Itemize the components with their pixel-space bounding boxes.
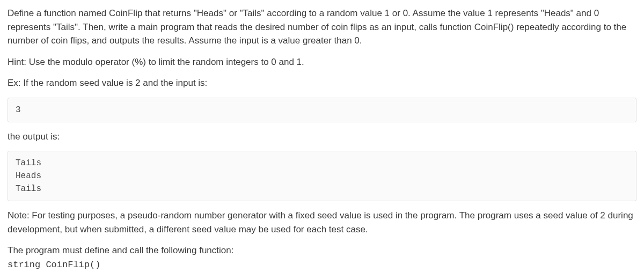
problem-description: Define a function named CoinFlip that re…: [8, 6, 636, 48]
hint-text: Hint: Use the modulo operator (%) to lim…: [8, 55, 636, 69]
note-text: Note: For testing purposes, a pseudo-ran…: [8, 209, 636, 236]
function-signature: string CoinFlip(): [8, 260, 100, 270]
signature-paragraph: The program must define and call the fol…: [8, 244, 636, 271]
example-input-box: 3: [8, 98, 636, 122]
example-intro: Ex: If the random seed value is 2 and th…: [8, 76, 636, 90]
output-label: the output is:: [8, 130, 636, 144]
example-output-box: Tails Heads Tails: [8, 151, 636, 201]
signature-intro: The program must define and call the fol…: [8, 245, 233, 255]
